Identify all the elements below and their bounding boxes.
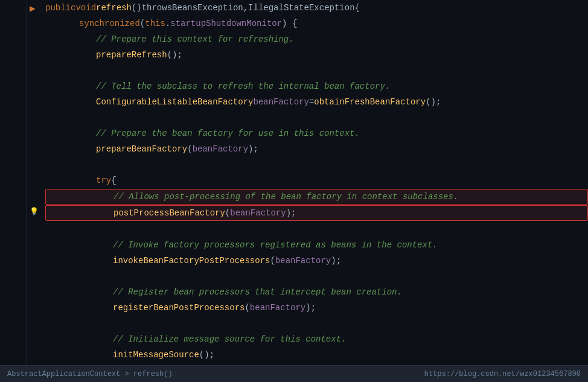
- line-number: [0, 205, 21, 221]
- breakpoint-arrow-icon: ▶: [30, 2, 36, 14]
- code-line: public void refresh() throws BeansExcept…: [45, 0, 588, 16]
- token: obtainFreshBeanFactory: [314, 94, 426, 110]
- token: this: [145, 16, 165, 31]
- token: invokeBeanFactoryPostProcessors: [113, 253, 270, 269]
- line-number: [0, 127, 21, 142]
- token: // Prepare this context for refreshing.: [96, 31, 294, 47]
- code-line: try {: [45, 173, 588, 188]
- line-number: [0, 111, 21, 127]
- code-line: prepareBeanFactory(beanFactory);: [45, 141, 588, 157]
- token: IllegalStateException: [248, 0, 354, 16]
- code-line: registerBeanPostProcessors(beanFactory);: [45, 300, 588, 316]
- token: beanFactory: [275, 253, 331, 269]
- token: // Prepare the bean factory for use in t…: [96, 126, 360, 141]
- token: // Initialize message source for this co…: [113, 331, 346, 347]
- token: prepareRefresh: [96, 47, 167, 63]
- token: );: [331, 253, 341, 269]
- code-line: // Initialize message source for this co…: [45, 331, 588, 347]
- token: BeansException: [172, 0, 243, 16]
- lightbulb-icon[interactable]: 💡: [30, 207, 39, 216]
- token: );: [286, 205, 296, 221]
- gutter: ▶💡: [27, 0, 40, 365]
- token: (: [225, 205, 230, 221]
- token: throws: [142, 0, 172, 16]
- token: refresh: [96, 0, 132, 16]
- token: public: [45, 0, 75, 16]
- line-number: [0, 95, 21, 111]
- line-number: [0, 221, 21, 237]
- line-number: [0, 189, 21, 205]
- token: );: [248, 141, 258, 157]
- token: beanFactory: [230, 205, 286, 221]
- code-line: [45, 63, 588, 78]
- token: registerBeanPostProcessors: [113, 300, 244, 316]
- token: {: [111, 173, 116, 188]
- token: (: [140, 16, 145, 31]
- code-line: postProcessBeanFactory(beanFactory);: [45, 205, 588, 221]
- line-number: [0, 284, 21, 299]
- line-number: [0, 237, 21, 252]
- token: ,: [243, 0, 248, 16]
- token: try: [96, 173, 111, 188]
- token: ();: [199, 347, 214, 363]
- code-line: // Prepare this context for refreshing.: [45, 31, 588, 47]
- line-number: [0, 142, 21, 158]
- code-line: initMessageSource();: [45, 347, 588, 363]
- code-line: // Prepare the bean factory for use in t…: [45, 126, 588, 141]
- code-line: [45, 221, 588, 237]
- line-number: [0, 48, 21, 64]
- code-line: // Register bean processors that interce…: [45, 284, 588, 300]
- line-number: [0, 252, 21, 268]
- token: // Allows post-processing of the bean fa…: [113, 189, 458, 205]
- token: ) {: [282, 16, 297, 31]
- line-number: [0, 33, 21, 48]
- code-editor: ▶💡 public void refresh() throws BeansExc…: [0, 0, 588, 382]
- line-number: [0, 64, 21, 80]
- code-line: [45, 157, 588, 173]
- line-number: [0, 331, 21, 346]
- token: beanFactory: [250, 300, 305, 316]
- line-number: [0, 80, 21, 95]
- line-number: [0, 1, 21, 17]
- blog-url: https://blog.csdn.net/wzx01234567890: [424, 370, 581, 378]
- code-line: // Allows post-processing of the bean fa…: [45, 189, 588, 205]
- token: (: [187, 141, 192, 157]
- bottom-bar: AbstractApplicationContext > refresh() h…: [0, 365, 588, 382]
- token: startupShutdownMonitor: [170, 16, 282, 31]
- code-line: [45, 316, 588, 331]
- token: {: [355, 0, 360, 16]
- line-number: [0, 299, 21, 315]
- token: postProcessBeanFactory: [113, 205, 225, 221]
- token: (: [270, 253, 275, 269]
- code-line: [45, 110, 588, 126]
- code-content: ▶💡 public void refresh() throws BeansExc…: [0, 0, 588, 365]
- token: (: [244, 300, 249, 316]
- token: =: [309, 94, 314, 110]
- token: // Tell the subclass to refresh the inte…: [96, 78, 390, 94]
- line-number: [0, 346, 21, 362]
- token: (): [132, 0, 142, 16]
- token: beanFactory: [193, 141, 248, 157]
- token: synchronized: [79, 16, 140, 31]
- line-number: [0, 315, 21, 331]
- code-line: prepareRefresh();: [45, 47, 588, 63]
- token: ConfigurableListableBeanFactory: [96, 94, 253, 110]
- code-line: invokeBeanFactoryPostProcessors(beanFact…: [45, 253, 588, 269]
- token: beanFactory: [253, 94, 308, 110]
- breadcrumb: AbstractApplicationContext > refresh(): [7, 370, 173, 378]
- token: .: [165, 16, 170, 31]
- code-line: // Invoke factory processors registered …: [45, 237, 588, 253]
- code-lines: public void refresh() throws BeansExcept…: [40, 0, 588, 365]
- token: void: [75, 0, 96, 16]
- code-line: // Tell the subclass to refresh the inte…: [45, 78, 588, 94]
- line-number: [0, 17, 21, 33]
- token: );: [305, 300, 316, 316]
- token: ();: [426, 94, 441, 110]
- token: initMessageSource: [113, 347, 199, 363]
- token: ();: [167, 47, 182, 63]
- line-number: [0, 158, 21, 174]
- token: prepareBeanFactory: [96, 141, 187, 157]
- line-numbers: [0, 0, 27, 365]
- line-number: [0, 174, 21, 189]
- token: // Invoke factory processors registered …: [113, 237, 438, 253]
